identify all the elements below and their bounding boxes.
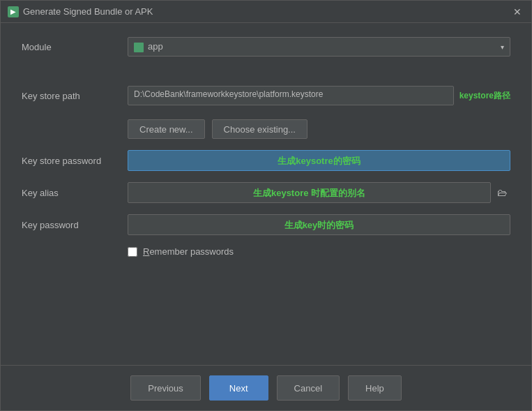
choose-existing-button[interactable]: Choose existing... [212, 119, 307, 139]
alias-inner-row: 🗁 [128, 182, 510, 203]
keystore-action-buttons: Create new... Choose existing... [128, 119, 510, 139]
spacer1 [22, 68, 510, 75]
module-dropdown[interactable]: app ▾ [128, 37, 510, 57]
dialog-window: ▶ Generate Signed Bundle or APK ✕ Module… [0, 0, 532, 411]
keystore-password-input[interactable] [128, 150, 510, 171]
keystore-password-control [128, 150, 510, 171]
key-password-label: Key password [22, 220, 119, 230]
create-new-button[interactable]: Create new... [128, 119, 205, 139]
key-alias-input[interactable] [128, 182, 491, 203]
close-button[interactable]: ✕ [510, 5, 524, 19]
key-password-input[interactable] [128, 214, 510, 235]
chevron-down-icon: ▾ [501, 43, 504, 51]
remember-label-rest: emember passwords [149, 246, 234, 257]
keystore-path-inner: D:\CodeBank\frameworkkeystore\platform.k… [128, 86, 510, 105]
cancel-button[interactable]: Cancel [277, 375, 340, 401]
remember-passwords-checkbox[interactable] [128, 247, 137, 257]
title-bar: ▶ Generate Signed Bundle or APK ✕ [1, 1, 531, 23]
module-dropdown-wrapper: app ▾ [128, 37, 510, 57]
key-password-control [128, 214, 510, 235]
footer: Previous Next Cancel Help [1, 365, 531, 410]
form-content: Module app ▾ Key store path D:\CodeBank\… [1, 23, 531, 365]
keystore-password-label: Key store password [22, 156, 119, 166]
keystore-path-display: D:\CodeBank\frameworkkeystore\platform.k… [128, 86, 454, 105]
keystore-path-label: Key store path [22, 91, 119, 101]
keystore-password-row: Key store password [22, 150, 510, 171]
previous-button[interactable]: Previous [130, 375, 201, 401]
dialog-title: Generate Signed Bundle or APK [23, 6, 506, 17]
app-icon-symbol: ▶ [10, 8, 16, 15]
module-label: Module [22, 42, 119, 52]
remember-underline-char: R [143, 246, 149, 257]
remember-passwords-row: Remember passwords [128, 246, 510, 257]
key-alias-label: Key alias [22, 188, 119, 198]
module-icon-decoration: app [134, 41, 163, 52]
key-password-row: Key password [22, 214, 510, 235]
module-icon [134, 43, 144, 52]
app-icon: ▶ [8, 6, 19, 17]
remember-passwords-label: Remember passwords [143, 246, 234, 257]
alias-folder-icon[interactable]: 🗁 [494, 184, 510, 201]
key-alias-control: 🗁 [128, 182, 510, 203]
key-alias-row: Key alias 🗁 [22, 182, 510, 203]
help-button[interactable]: Help [348, 375, 402, 401]
next-button[interactable]: Next [209, 375, 268, 401]
module-value: app [148, 41, 163, 52]
module-row: Module app ▾ [22, 37, 510, 57]
keystore-path-control: D:\CodeBank\frameworkkeystore\platform.k… [128, 86, 510, 105]
keystore-path-hint: keystore路径 [459, 90, 510, 102]
keystore-path-row: Key store path D:\CodeBank\frameworkkeys… [22, 86, 510, 105]
